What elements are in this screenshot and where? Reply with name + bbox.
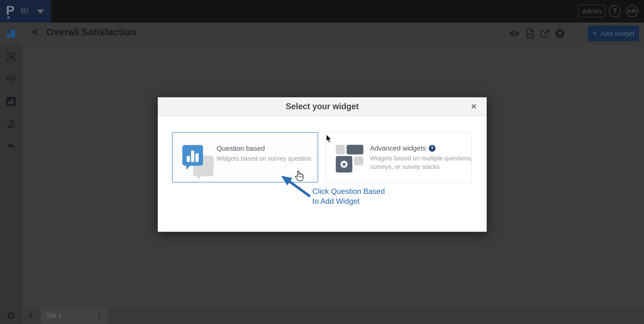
card-subtitle: Widgets based on survey question [216,154,312,163]
tab-tab1[interactable]: Tab 1 [41,307,108,324]
document-refresh-icon [6,119,16,128]
logo-letter: P [6,3,14,18]
card-text: Advanced widgets ? Widgets based on mult… [370,144,485,171]
sidebar-item-weighting[interactable] [0,68,22,90]
product-logo[interactable]: P BI [0,0,51,22]
card-title: Question based [216,145,312,152]
select-widget-modal: Select your widget ✕ Question based Widg… [158,97,487,232]
annotation-line2: to Add Widget [312,196,385,206]
logo-dot-icon [7,16,10,19]
svg-text:PDF: PDF [527,33,533,36]
advanced-widgets-title: Advanced widgets [370,144,426,152]
kebab-vertical-icon[interactable] [96,311,103,320]
help-button[interactable]: ? [609,5,621,17]
back-button[interactable]: < [32,26,38,38]
annotation-line1: Click Question Based [312,186,385,196]
dashboard-header: < Overall Satisfaction PDF + [22,22,644,45]
settings-gear-icon[interactable] [554,28,566,39]
workspace-label: BI [21,6,29,16]
chevron-down-icon[interactable] [37,9,44,14]
pdf-export-icon[interactable]: PDF [524,28,536,39]
card-text: Question based Widgets based on survey q… [216,145,312,163]
advanced-widgets-mosaic-icon [336,145,363,174]
modal-header: Select your widget ✕ [158,97,487,116]
scales-icon [6,74,16,84]
sidebar-settings-button[interactable] [0,305,22,324]
card-advanced-widgets[interactable]: Advanced widgets ? Widgets based on mult… [326,132,472,182]
modal-title: Select your widget [158,97,487,116]
sidebar-item-dashboards[interactable] [0,22,22,44]
left-sidebar [0,22,22,324]
top-bar: P BI Admin ? KR [0,0,644,22]
back-arrow-icon [7,143,16,150]
gear-icon [6,311,16,320]
help-badge-icon[interactable]: ? [429,145,436,152]
add-widget-button[interactable]: + Add widget [588,26,639,41]
admin-button[interactable]: Admin [578,4,605,17]
card-title: Advanced widgets ? [370,144,485,152]
sidebar-item-survey-data[interactable] [0,113,22,135]
app-root: P BI Admin ? KR [0,0,644,324]
eye-icon[interactable] [509,28,520,39]
tab-label: Tab 1 [46,307,62,324]
screener-scan-icon [6,52,16,61]
plus-icon: + [592,28,597,38]
sidebar-item-screener[interactable] [0,45,22,67]
sidebar-item-back[interactable] [0,135,22,157]
question-based-title: Question based [216,145,265,152]
avatar[interactable]: KR [626,5,638,17]
dashboard-grid-icon [6,29,16,38]
question-chart-bubble-icon [182,145,214,180]
page-title: Overall Satisfaction [46,27,136,38]
annotation-text: Click Question Based to Add Widget [312,186,385,206]
add-widget-label: Add widget [600,29,634,37]
tab-bar: + Tab 1 [22,307,644,324]
add-tab-button[interactable]: + [25,309,37,323]
close-icon[interactable]: ✕ [466,97,481,116]
card-question-based[interactable]: Question based Widgets based on survey q… [172,132,318,182]
report-chart-icon [6,97,16,106]
card-subtitle: Widgets based on multiple questions, sur… [370,154,485,171]
sidebar-item-reports[interactable] [0,90,22,112]
share-icon[interactable] [540,28,551,39]
